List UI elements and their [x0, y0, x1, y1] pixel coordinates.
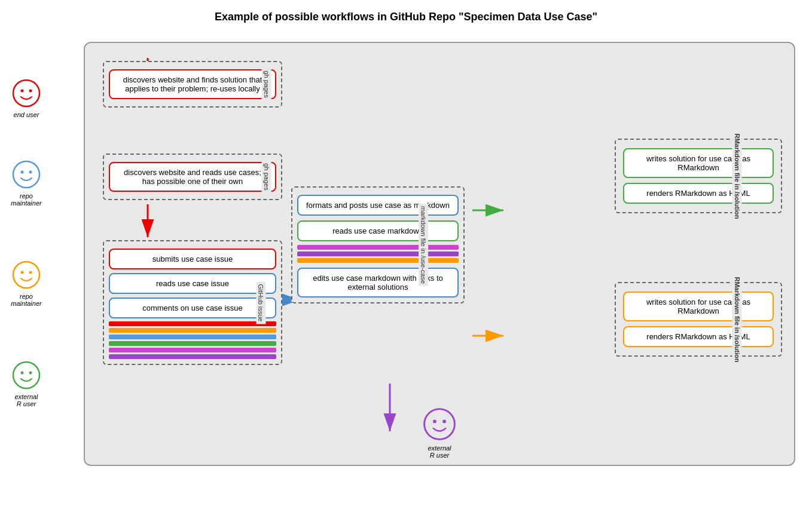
solution-top-label: RMarkdown file in /solution	[732, 131, 742, 221]
svg-point-1	[21, 90, 24, 93]
svg-point-10	[21, 372, 24, 375]
gh-pages-box-1: discovers website and finds solution tha…	[103, 61, 282, 108]
renders-rmarkdown-orange: renders RMarkdown as HTML	[623, 326, 774, 347]
repo-maintainer-orange-label: repomaintainer	[11, 293, 41, 307]
svg-point-8	[29, 271, 32, 274]
gh-pages-box-2-container: discovers website and reads use cases; h…	[103, 154, 282, 208]
edits-markdown-text: edits use case markdown with links to ex…	[297, 268, 459, 298]
avatar-repo-maintainer-orange: repomaintainer	[11, 259, 42, 307]
writes-solution-green: writes solution for use case as RMarkdow…	[623, 148, 774, 178]
svg-point-0	[13, 80, 39, 106]
end-user-label: end user	[14, 111, 39, 118]
bar-purple	[109, 354, 276, 359]
svg-point-5	[29, 171, 32, 174]
gh-pages-label-2: gh pages	[261, 161, 271, 192]
reads-markdown-text: reads use case markdown	[297, 220, 459, 241]
comments-issue-text: comments on use case issue	[109, 298, 276, 318]
svg-point-9	[13, 362, 39, 388]
markdown-middle-box: formats and posts use case as markdown r…	[291, 186, 465, 303]
solution-bottom-container: writes solution for use case as RMarkdow…	[615, 282, 782, 357]
bottom-user-label: externalR user	[428, 444, 451, 459]
svg-point-25	[433, 420, 436, 424]
external-r-user-green-label: externalR user	[14, 393, 38, 407]
bar-pink	[109, 348, 276, 352]
markdown-color-bars	[297, 245, 459, 263]
gh-pages-box-1-container: discovers website and finds solution tha…	[103, 61, 282, 116]
bar-orange	[109, 328, 276, 333]
svg-point-6	[13, 262, 39, 288]
gh-pages-label-1: gh pages	[261, 68, 271, 100]
solution-top-container: writes solution for use case as RMarkdow…	[615, 139, 782, 213]
reads-issue-text: reads use case issue	[109, 273, 276, 294]
page-title: Example of possible workflows in GitHub …	[0, 0, 812, 23]
svg-point-24	[425, 409, 455, 440]
github-issue-label: GitHub issue	[257, 281, 266, 324]
bar-orange2	[297, 258, 459, 263]
main-diagram: discovers website and finds solution tha…	[84, 42, 795, 466]
github-issue-container: submits use case issue reads use case is…	[103, 240, 282, 373]
avatar-repo-maintainer-blue: repomaintainer	[11, 159, 42, 207]
gh-pages-box-2-text: discovers website and reads use cases; h…	[109, 162, 276, 192]
solution-top-box: writes solution for use case as RMarkdow…	[615, 139, 782, 213]
formats-posts-text: formats and posts use case as markdown	[297, 195, 459, 216]
bar-pink2	[297, 245, 459, 250]
svg-point-4	[21, 171, 24, 174]
avatar-external-r-user-green: externalR user	[11, 360, 42, 407]
repo-maintainer-blue-label: repomaintainer	[11, 192, 41, 207]
issue-color-bars	[109, 321, 276, 359]
bar-green	[109, 341, 276, 346]
bar-purple2	[297, 252, 459, 256]
svg-point-2	[29, 90, 32, 93]
markdown-middle-container: formats and posts use case as markdown r…	[291, 186, 465, 303]
markdown-middle-label: markdown file in /use-case	[419, 204, 428, 286]
bottom-avatar-container: externalR user	[422, 406, 457, 459]
gh-pages-box-2: discovers website and reads use cases; h…	[103, 154, 282, 200]
submit-issue-text: submits use case issue	[109, 249, 276, 269]
gh-pages-box-1-text: discovers website and finds solution tha…	[109, 69, 276, 99]
writes-solution-orange: writes solution for use case as RMarkdow…	[623, 292, 774, 321]
svg-point-7	[21, 271, 24, 274]
solution-bottom-box: writes solution for use case as RMarkdow…	[615, 282, 782, 357]
bar-blue	[109, 335, 276, 339]
solution-bottom-label: RMarkdown file in /solution	[732, 274, 742, 364]
avatar-end-user: end user	[11, 78, 42, 118]
bar-red	[109, 321, 276, 326]
svg-point-26	[442, 420, 446, 424]
github-issue-box: submits use case issue reads use case is…	[103, 240, 282, 365]
svg-point-11	[29, 372, 32, 375]
renders-rmarkdown-green: renders RMarkdown as HTML	[623, 183, 774, 204]
svg-point-3	[13, 161, 39, 188]
